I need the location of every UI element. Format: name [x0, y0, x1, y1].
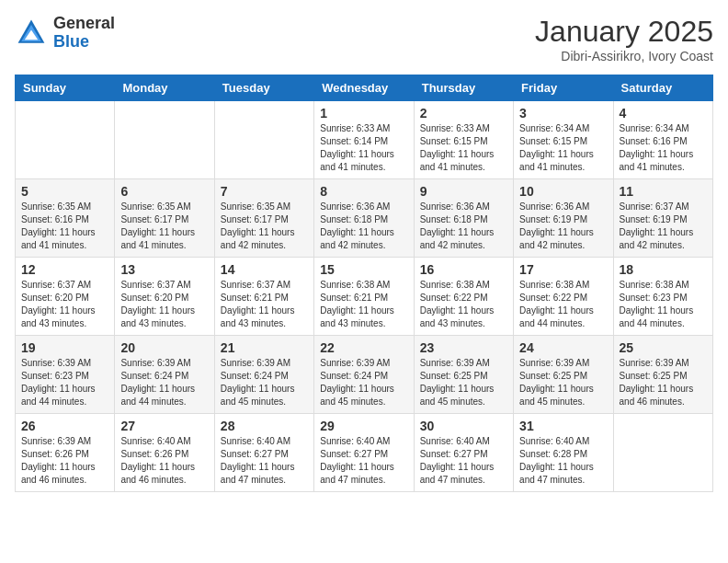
calendar-cell: 14Sunrise: 6:37 AM Sunset: 6:21 PM Dayli…	[214, 258, 313, 336]
day-number: 10	[519, 184, 607, 199]
logo: General Blue	[15, 15, 115, 52]
day-number: 30	[420, 419, 507, 433]
title-block: January 2025 Dibri-Assirikro, Ivory Coas…	[535, 15, 713, 63]
logo-general-text: General	[53, 15, 115, 33]
calendar-cell: 25Sunrise: 6:39 AM Sunset: 6:25 PM Dayli…	[613, 336, 712, 414]
page-header: General Blue January 2025 Dibri-Assirikr…	[15, 15, 713, 63]
day-number: 1	[320, 106, 407, 121]
day-info: Sunrise: 6:33 AM Sunset: 6:15 PM Dayligh…	[420, 122, 507, 174]
day-info: Sunrise: 6:38 AM Sunset: 6:21 PM Dayligh…	[320, 279, 407, 330]
location-title: Dibri-Assirikro, Ivory Coast	[535, 49, 713, 63]
day-info: Sunrise: 6:38 AM Sunset: 6:23 PM Dayligh…	[620, 279, 707, 330]
calendar-cell: 13Sunrise: 6:37 AM Sunset: 6:20 PM Dayli…	[115, 258, 214, 336]
day-info: Sunrise: 6:37 AM Sunset: 6:19 PM Dayligh…	[620, 201, 707, 252]
calendar-cell: 4Sunrise: 6:34 AM Sunset: 6:16 PM Daylig…	[613, 101, 712, 179]
day-info: Sunrise: 6:39 AM Sunset: 6:24 PM Dayligh…	[320, 357, 407, 408]
calendar-week-row: 12Sunrise: 6:37 AM Sunset: 6:20 PM Dayli…	[16, 258, 713, 336]
day-info: Sunrise: 6:39 AM Sunset: 6:23 PM Dayligh…	[21, 357, 108, 408]
calendar-cell: 11Sunrise: 6:37 AM Sunset: 6:19 PM Dayli…	[613, 179, 712, 258]
calendar-cell: 10Sunrise: 6:36 AM Sunset: 6:19 PM Dayli…	[514, 179, 613, 258]
calendar-cell: 8Sunrise: 6:36 AM Sunset: 6:18 PM Daylig…	[314, 179, 414, 258]
calendar-cell	[613, 414, 712, 492]
day-number: 5	[21, 184, 108, 199]
day-info: Sunrise: 6:37 AM Sunset: 6:20 PM Dayligh…	[21, 279, 108, 330]
calendar-cell: 24Sunrise: 6:39 AM Sunset: 6:25 PM Dayli…	[514, 336, 613, 414]
logo-icon	[15, 17, 48, 50]
calendar-cell: 2Sunrise: 6:33 AM Sunset: 6:15 PM Daylig…	[414, 101, 513, 179]
day-number: 3	[519, 106, 607, 121]
day-info: Sunrise: 6:36 AM Sunset: 6:18 PM Dayligh…	[320, 201, 407, 252]
day-info: Sunrise: 6:33 AM Sunset: 6:14 PM Dayligh…	[320, 122, 407, 174]
day-info: Sunrise: 6:38 AM Sunset: 6:22 PM Dayligh…	[519, 279, 607, 330]
col-header-saturday: Saturday	[613, 75, 712, 101]
day-number: 23	[420, 340, 507, 355]
col-header-wednesday: Wednesday	[314, 75, 414, 101]
day-info: Sunrise: 6:39 AM Sunset: 6:25 PM Dayligh…	[420, 357, 507, 408]
calendar-cell: 20Sunrise: 6:39 AM Sunset: 6:24 PM Dayli…	[115, 336, 214, 414]
day-number: 11	[620, 184, 707, 199]
calendar-cell: 29Sunrise: 6:40 AM Sunset: 6:27 PM Dayli…	[314, 414, 414, 492]
calendar-cell: 6Sunrise: 6:35 AM Sunset: 6:17 PM Daylig…	[115, 179, 214, 258]
day-info: Sunrise: 6:34 AM Sunset: 6:15 PM Dayligh…	[519, 122, 607, 174]
calendar-cell	[214, 101, 313, 179]
day-number: 31	[519, 419, 607, 433]
day-info: Sunrise: 6:40 AM Sunset: 6:26 PM Dayligh…	[120, 435, 208, 487]
day-info: Sunrise: 6:39 AM Sunset: 6:25 PM Dayligh…	[519, 357, 607, 408]
calendar-cell: 30Sunrise: 6:40 AM Sunset: 6:27 PM Dayli…	[414, 414, 513, 492]
calendar-cell: 19Sunrise: 6:39 AM Sunset: 6:23 PM Dayli…	[16, 336, 115, 414]
calendar-cell: 5Sunrise: 6:35 AM Sunset: 6:16 PM Daylig…	[16, 179, 115, 258]
calendar-cell: 12Sunrise: 6:37 AM Sunset: 6:20 PM Dayli…	[16, 258, 115, 336]
calendar-cell: 23Sunrise: 6:39 AM Sunset: 6:25 PM Dayli…	[414, 336, 513, 414]
day-info: Sunrise: 6:40 AM Sunset: 6:28 PM Dayligh…	[519, 435, 607, 487]
day-info: Sunrise: 6:35 AM Sunset: 6:17 PM Dayligh…	[221, 201, 308, 252]
calendar-week-row: 26Sunrise: 6:39 AM Sunset: 6:26 PM Dayli…	[16, 414, 713, 492]
day-number: 8	[320, 184, 407, 199]
calendar-cell: 26Sunrise: 6:39 AM Sunset: 6:26 PM Dayli…	[16, 414, 115, 492]
day-number: 28	[221, 419, 308, 433]
day-info: Sunrise: 6:37 AM Sunset: 6:21 PM Dayligh…	[221, 279, 308, 330]
calendar-cell: 22Sunrise: 6:39 AM Sunset: 6:24 PM Dayli…	[314, 336, 414, 414]
day-number: 27	[120, 419, 208, 433]
day-number: 13	[120, 262, 208, 277]
calendar-week-row: 5Sunrise: 6:35 AM Sunset: 6:16 PM Daylig…	[16, 179, 713, 258]
logo-text: General Blue	[53, 15, 115, 52]
day-number: 2	[420, 106, 507, 121]
calendar-cell: 31Sunrise: 6:40 AM Sunset: 6:28 PM Dayli…	[514, 414, 613, 492]
calendar-cell: 16Sunrise: 6:38 AM Sunset: 6:22 PM Dayli…	[414, 258, 513, 336]
day-number: 20	[120, 340, 208, 355]
col-header-tuesday: Tuesday	[214, 75, 313, 101]
col-header-thursday: Thursday	[414, 75, 513, 101]
day-info: Sunrise: 6:39 AM Sunset: 6:24 PM Dayligh…	[120, 357, 208, 408]
day-number: 9	[420, 184, 507, 199]
day-info: Sunrise: 6:37 AM Sunset: 6:20 PM Dayligh…	[120, 279, 208, 330]
calendar-cell: 3Sunrise: 6:34 AM Sunset: 6:15 PM Daylig…	[514, 101, 613, 179]
calendar-cell: 1Sunrise: 6:33 AM Sunset: 6:14 PM Daylig…	[314, 101, 414, 179]
calendar-cell: 21Sunrise: 6:39 AM Sunset: 6:24 PM Dayli…	[214, 336, 313, 414]
day-number: 15	[320, 262, 407, 277]
col-header-monday: Monday	[115, 75, 214, 101]
day-info: Sunrise: 6:36 AM Sunset: 6:18 PM Dayligh…	[420, 201, 507, 252]
col-header-sunday: Sunday	[16, 75, 115, 101]
day-number: 19	[21, 340, 108, 355]
day-number: 16	[420, 262, 507, 277]
day-number: 14	[221, 262, 308, 277]
day-info: Sunrise: 6:40 AM Sunset: 6:27 PM Dayligh…	[221, 435, 308, 487]
logo-blue-text: Blue	[53, 33, 115, 52]
col-header-friday: Friday	[514, 75, 613, 101]
day-info: Sunrise: 6:35 AM Sunset: 6:16 PM Dayligh…	[21, 201, 108, 252]
calendar-header-row: SundayMondayTuesdayWednesdayThursdayFrid…	[16, 75, 713, 101]
month-title: January 2025	[535, 15, 713, 49]
calendar-cell: 15Sunrise: 6:38 AM Sunset: 6:21 PM Dayli…	[314, 258, 414, 336]
day-number: 26	[21, 419, 108, 433]
day-number: 17	[519, 262, 607, 277]
day-number: 7	[221, 184, 308, 199]
calendar-cell: 28Sunrise: 6:40 AM Sunset: 6:27 PM Dayli…	[214, 414, 313, 492]
day-info: Sunrise: 6:39 AM Sunset: 6:26 PM Dayligh…	[21, 435, 108, 487]
day-info: Sunrise: 6:40 AM Sunset: 6:27 PM Dayligh…	[320, 435, 407, 487]
day-info: Sunrise: 6:38 AM Sunset: 6:22 PM Dayligh…	[420, 279, 507, 330]
day-info: Sunrise: 6:39 AM Sunset: 6:25 PM Dayligh…	[620, 357, 707, 408]
day-info: Sunrise: 6:36 AM Sunset: 6:19 PM Dayligh…	[519, 201, 607, 252]
day-info: Sunrise: 6:34 AM Sunset: 6:16 PM Dayligh…	[620, 122, 707, 174]
day-number: 29	[320, 419, 407, 433]
day-number: 21	[221, 340, 308, 355]
